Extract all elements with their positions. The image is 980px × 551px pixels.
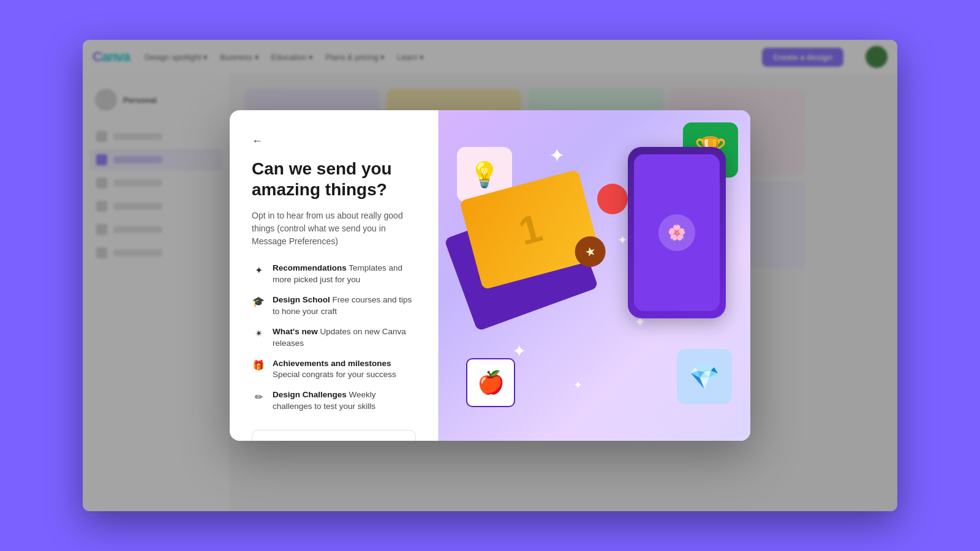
fruit-card: 🍎 (466, 358, 515, 407)
feature-recommendations-text: Recommendations Templates and more picke… (273, 263, 416, 286)
phone-screen-content: 🌸 (658, 214, 695, 251)
modal-dialog: ← Can we send you amazing things? Opt in… (230, 110, 750, 441)
whats-new-icon: ✴ (252, 327, 265, 340)
browser-window: Canva Design spotlight ▾ Business ▾ Educ… (83, 40, 897, 511)
features-list: ✦ Recommendations Templates and more pic… (252, 263, 416, 413)
modal-description: Opt in to hear from us about really good… (252, 209, 416, 248)
sparkle-1: ✦ (549, 144, 565, 167)
phone-screen: 🌸 (634, 154, 720, 311)
modal-right-panel: ✦ ✦ ✦ ✦ ✦ ✦ 🏆 💡 (439, 110, 750, 441)
star-badge-icon: ★ (583, 243, 598, 260)
feature-whats-new-text: What's new Updates on new Canva releases (273, 326, 416, 350)
feature-recommendations: ✦ Recommendations Templates and more pic… (252, 263, 416, 286)
feature-design-challenges-text: Design Challenges Weekly challenges to t… (273, 389, 416, 413)
phone-illustration: 🌸 (628, 147, 726, 318)
envelope-number: 1 (514, 205, 547, 255)
back-button[interactable]: ← (252, 135, 416, 148)
diamond-card: 💎 (677, 349, 732, 404)
feature-whats-new: ✴ What's new Updates on new Canva releas… (252, 326, 416, 350)
design-school-icon: 🎓 (252, 295, 265, 309)
sparkle-4: ✦ (617, 233, 628, 247)
feature-achievements-text: Achievements and milestones Special cong… (273, 358, 416, 381)
opt-in-button[interactable]: Opt me in (252, 430, 416, 441)
back-arrow-icon: ← (252, 135, 263, 148)
feature-achievements: 🎁 Achievements and milestones Special co… (252, 358, 416, 381)
modal-left-panel: ← Can we send you amazing things? Opt in… (230, 110, 438, 441)
fruit-icon: 🍎 (477, 370, 505, 395)
feature-design-school-text: Design School Free courses and tips to h… (273, 294, 416, 318)
design-challenges-icon: ✏ (252, 390, 265, 403)
sparkle-2: ✦ (512, 341, 526, 361)
modal-buttons: Opt me in Not now (252, 430, 416, 441)
notification-dot (597, 184, 628, 214)
sparkle-3: ✦ (573, 378, 582, 392)
diamond-icon: 💎 (689, 362, 720, 391)
modal-title: Can we send you amazing things? (252, 159, 416, 200)
recommendations-icon: ✦ (252, 263, 265, 277)
phone-content-icon: 🌸 (668, 224, 686, 241)
modal-overlay[interactable]: ← Can we send you amazing things? Opt in… (83, 40, 897, 511)
lightbulb-icon: 💡 (469, 160, 500, 189)
feature-design-challenges: ✏ Design Challenges Weekly challenges to… (252, 389, 416, 413)
feature-design-school: 🎓 Design School Free courses and tips to… (252, 294, 416, 318)
achievements-icon: 🎁 (252, 359, 265, 372)
